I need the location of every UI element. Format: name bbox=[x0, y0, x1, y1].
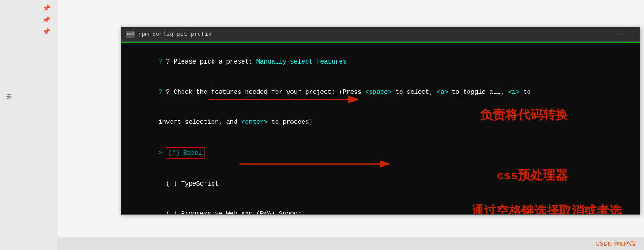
to-text: to bbox=[520, 89, 531, 96]
terminal-titlebar: cmd npm config get prefix — □ bbox=[121, 27, 640, 42]
toggle-text: to toggle all, bbox=[448, 89, 508, 96]
terminal-line-pwa: ( ) Progressive Web App (PWA) Support bbox=[128, 199, 632, 214]
pin-icon-3: 📌 bbox=[43, 28, 51, 36]
maximize-button[interactable]: □ bbox=[631, 31, 635, 38]
prompt-char-2: ? bbox=[158, 89, 166, 96]
a-key: <a> bbox=[437, 89, 448, 96]
check-features-text: ? Check the features needed for your pro… bbox=[166, 89, 365, 96]
main-content: cmd npm config get prefix — □ ? ? Please… bbox=[58, 0, 644, 250]
babel-item: (*) Babel bbox=[166, 147, 205, 159]
prompt-char-1: ? bbox=[158, 58, 166, 65]
sidebar-icons: 📌 📌 📌 bbox=[43, 4, 51, 36]
terminal-line-1: ? ? Please pick a preset: Manually selec… bbox=[128, 47, 632, 77]
babel-label: Babel bbox=[183, 149, 202, 157]
terminal-line-3: invert selection, and <enter> to proceed… bbox=[128, 107, 632, 137]
terminal-top-border bbox=[121, 42, 640, 43]
pwa-text: ( ) Progressive Web App (PWA) Support bbox=[158, 210, 305, 214]
pin-icon-2: 📌 bbox=[43, 16, 51, 24]
terminal-title-left: cmd npm config get prefix bbox=[126, 31, 212, 38]
terminal-icon: cmd bbox=[126, 31, 135, 38]
footer-text: CSDN @如鸣瑞 bbox=[595, 240, 637, 248]
minimize-button[interactable]: — bbox=[619, 31, 624, 38]
terminal-title-text: npm config get prefix bbox=[138, 31, 212, 38]
proceed-text: to proceed) bbox=[268, 119, 313, 126]
typescript-text: ( ) TypeScript bbox=[158, 180, 218, 187]
terminal-icon-label: cmd bbox=[127, 32, 134, 37]
pin-icon-1: 📌 bbox=[43, 4, 51, 13]
terminal-line-typescript: ( ) TypeScript bbox=[128, 169, 632, 199]
sidebar: 📌 📌 📌 天 bbox=[0, 0, 58, 250]
enter-key: <enter> bbox=[241, 119, 268, 126]
terminal-line-babel: > (*) Babel bbox=[128, 137, 632, 169]
terminal-controls: — □ bbox=[619, 31, 635, 38]
preset-value: Manually select features bbox=[256, 58, 347, 65]
select-text: to select, bbox=[392, 89, 437, 96]
bottom-bar: CSDN @如鸣瑞 bbox=[58, 237, 644, 250]
babel-checked: (*) bbox=[168, 149, 183, 157]
i-key: <i> bbox=[508, 89, 520, 96]
invert-text: invert selection, and bbox=[158, 119, 241, 126]
space-key: <space> bbox=[365, 89, 392, 96]
terminal-body: ? ? Please pick a preset: Manually selec… bbox=[121, 42, 640, 214]
babel-arrow: > bbox=[158, 149, 166, 157]
terminal-line-2: ? ? Check the features needed for your p… bbox=[128, 77, 632, 107]
terminal-window: cmd npm config get prefix — □ ? ? Please… bbox=[121, 27, 640, 215]
pick-preset-text: ? Please pick a preset: bbox=[166, 58, 256, 65]
